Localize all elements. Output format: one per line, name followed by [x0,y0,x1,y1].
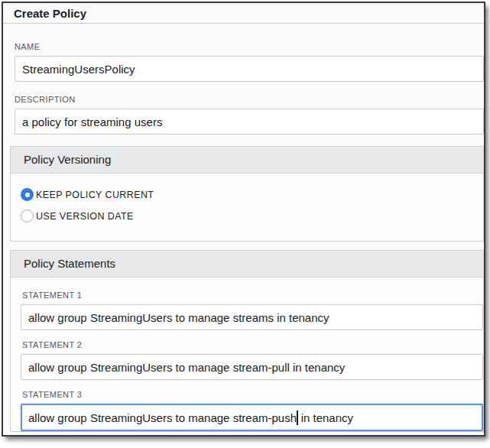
radio-option-use-version-date[interactable]: USE VERSION DATE [21,209,483,222]
radio-option-label: USE VERSION DATE [36,211,134,222]
description-field: DESCRIPTION [15,95,484,135]
radio-option-label: KEEP POLICY CURRENT [36,190,154,200]
description-field-label: DESCRIPTION [15,95,484,104]
name-input[interactable] [15,56,484,82]
policy-statements-body: STATEMENT 1 STATEMENT 2 STATEMENT 3 allo… [11,278,483,431]
statement-1-field: STATEMENT 1 [21,291,483,330]
radio-option-keep-policy-current[interactable]: KEEP POLICY CURRENT [21,188,483,201]
name-field: NAME [15,42,484,82]
statement-3-field: STATEMENT 3 allow group StreamingUsers t… [21,390,483,431]
description-input[interactable] [15,109,484,135]
statement-2-field: STATEMENT 2 [21,340,483,380]
statement-1-input[interactable] [21,304,483,330]
dialog-title-bar: Create Policy [3,3,484,24]
statement-3-text-after-caret: in tenancy [298,411,354,424]
statement-2-input[interactable] [21,354,483,380]
policy-versioning-body: KEEP POLICY CURRENT USE VERSION DATE [11,174,483,241]
policy-statements-header: Policy Statements [11,251,483,278]
policy-versioning-section: Policy Versioning KEEP POLICY CURRENT US… [10,146,484,242]
radio-selected-icon[interactable] [21,188,34,201]
create-policy-dialog: Create Policy NAME DESCRIPTION Policy Ve… [2,2,485,437]
statement-3-label: STATEMENT 3 [22,390,483,399]
statement-3-input[interactable]: allow group StreamingUsers to manage str… [21,404,483,431]
policy-statements-section: Policy Statements STATEMENT 1 STATEMENT … [10,250,484,432]
dialog-title: Create Policy [14,7,86,20]
statement-1-label: STATEMENT 1 [22,291,483,300]
policy-versioning-header: Policy Versioning [11,147,483,174]
radio-unselected-icon[interactable] [21,209,34,222]
statement-2-label: STATEMENT 2 [22,340,483,349]
name-field-label: NAME [15,42,484,51]
statement-3-text-before-caret: allow group StreamingUsers to manage str… [28,411,297,424]
